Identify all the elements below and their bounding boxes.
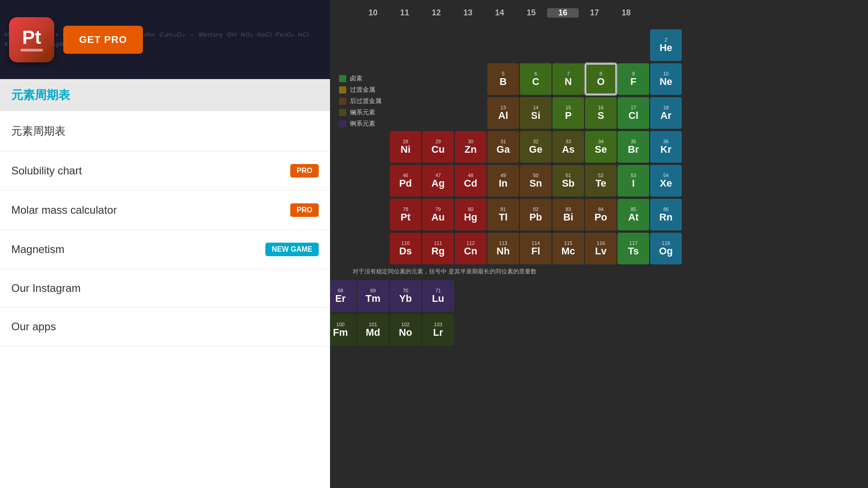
- element-Md[interactable]: 101Md: [357, 314, 389, 346]
- menu-item-label-periodic-table: 元素周期表: [11, 124, 66, 138]
- element-sym-Po: Po: [594, 212, 607, 222]
- element-Te[interactable]: 52Te: [585, 165, 617, 197]
- element-N[interactable]: 7N: [552, 63, 584, 95]
- element-I[interactable]: 53I: [618, 165, 649, 197]
- element-Er[interactable]: 68Er: [330, 280, 356, 312]
- left-panel: H₂SO₄ → ZnO + Cu₂O → ZnCl₂ + SO₄ Sulfur …: [0, 0, 330, 488]
- element-Xe[interactable]: 54Xe: [650, 165, 682, 197]
- element-sym-Se: Se: [595, 145, 607, 155]
- element-As[interactable]: 33As: [552, 131, 584, 163]
- element-Br[interactable]: 35Br: [618, 131, 649, 163]
- get-pro-button[interactable]: GET PRO: [63, 26, 143, 54]
- legend-dot-post-transition: [339, 98, 346, 105]
- element-Ts[interactable]: 117Ts: [618, 233, 649, 264]
- element-sym-Tm: Tm: [366, 294, 381, 304]
- element-sym-Lv: Lv: [595, 246, 607, 256]
- menu-item-periodic-table[interactable]: 元素周期表: [0, 111, 330, 151]
- element-Cu[interactable]: 29Cu: [422, 131, 454, 163]
- element-Pd[interactable]: 46Pd: [390, 165, 421, 197]
- element-In[interactable]: 49In: [487, 165, 519, 197]
- element-Sb[interactable]: 51Sb: [552, 165, 584, 197]
- element-Kr[interactable]: 36Kr: [650, 131, 682, 163]
- element-sym-Cu: Cu: [431, 145, 444, 155]
- banner: H₂SO₄ → ZnO + Cu₂O → ZnCl₂ + SO₄ Sulfur …: [0, 0, 330, 79]
- element-Si[interactable]: 14Si: [520, 97, 552, 129]
- element-Au[interactable]: 79Au: [422, 199, 454, 230]
- element-Ar[interactable]: 18Ar: [650, 97, 682, 129]
- element-Al[interactable]: 13Al: [487, 97, 519, 129]
- element-sym-Pb: Pb: [529, 212, 542, 222]
- element-Cn[interactable]: 112Cn: [455, 233, 486, 264]
- element-sym-Si: Si: [531, 111, 541, 121]
- element-sym-Cd: Cd: [464, 178, 477, 188]
- element-Lv[interactable]: 116Lv: [585, 233, 617, 264]
- app-icon[interactable]: Pt: [9, 17, 54, 62]
- menu-item-our-instagram[interactable]: Our Instagram: [0, 269, 330, 308]
- element-sym-In: In: [499, 178, 508, 188]
- element-sym-Lu: Lu: [432, 294, 444, 304]
- element-sym-Ar: Ar: [660, 111, 671, 121]
- col-num-14: 14: [484, 8, 515, 18]
- element-sym-He: He: [660, 43, 672, 53]
- element-Ds[interactable]: 110Ds: [390, 233, 421, 264]
- element-F[interactable]: 9F: [618, 63, 649, 95]
- element-Tl[interactable]: 81Tl: [487, 199, 519, 230]
- element-Og[interactable]: 118Og: [650, 233, 682, 264]
- element-Pt[interactable]: 78Pt: [390, 199, 421, 230]
- element-Ne[interactable]: 10Ne: [650, 63, 682, 95]
- element-C[interactable]: 6C: [520, 63, 552, 95]
- menu-item-our-apps[interactable]: Our apps: [0, 308, 330, 346]
- menu-title: 元素周期表: [11, 88, 70, 102]
- element-Se[interactable]: 34Se: [585, 131, 617, 163]
- element-Nh[interactable]: 113Nh: [487, 233, 519, 264]
- element-Fm[interactable]: 100Fm: [330, 314, 356, 346]
- element-sym-Al: Al: [498, 111, 508, 121]
- element-Ge[interactable]: 32Ge: [520, 131, 552, 163]
- element-Ni[interactable]: 28Ni: [390, 131, 421, 163]
- element-Lr[interactable]: 103Lr: [422, 314, 454, 346]
- element-sym-Sb: Sb: [562, 178, 575, 188]
- element-Mc[interactable]: 115Mc: [552, 233, 584, 264]
- element-Ga[interactable]: 31Ga: [487, 131, 519, 163]
- legend-dot-metalloid: [339, 109, 346, 116]
- element-Fl[interactable]: 114Fl: [520, 233, 552, 264]
- element-Ag[interactable]: 47Ag: [422, 165, 454, 197]
- col-num-15: 15: [515, 8, 547, 18]
- element-sym-Yb: Yb: [399, 294, 412, 304]
- element-S[interactable]: 16S: [585, 97, 617, 129]
- element-He[interactable]: 2He: [650, 29, 682, 61]
- element-sym-O: O: [597, 77, 604, 87]
- element-sym-Pt: Pt: [401, 212, 410, 222]
- menu-item-solubility-chart[interactable]: Solubility chartPRO: [0, 151, 330, 191]
- element-O[interactable]: 8O: [585, 63, 617, 95]
- element-sym-Xe: Xe: [660, 178, 672, 188]
- element-sym-As: As: [562, 145, 575, 155]
- element-At[interactable]: 85At: [618, 199, 649, 230]
- element-No[interactable]: 102No: [390, 314, 421, 346]
- element-sym-F: F: [630, 77, 636, 87]
- element-sym-Ni: Ni: [401, 145, 410, 155]
- element-Hg[interactable]: 80Hg: [455, 199, 486, 230]
- element-sym-P: P: [565, 111, 572, 121]
- element-sym-Fl: Fl: [531, 246, 540, 256]
- periodic-table-note: 对于没有稳定同位素的元素，括号中 是其半衰期最长的同位素的质量数: [353, 267, 859, 276]
- element-B[interactable]: 5B: [487, 63, 519, 95]
- element-Tm[interactable]: 69Tm: [357, 280, 389, 312]
- element-Sn[interactable]: 50Sn: [520, 165, 552, 197]
- element-Rn[interactable]: 86Rn: [650, 199, 682, 230]
- element-Pb[interactable]: 82Pb: [520, 199, 552, 230]
- menu-item-molar-mass[interactable]: Molar mass calculatorPRO: [0, 191, 330, 230]
- element-Bi[interactable]: 83Bi: [552, 199, 584, 230]
- element-sym-At: At: [628, 212, 638, 222]
- element-Yb[interactable]: 70Yb: [390, 280, 421, 312]
- element-Zn[interactable]: 30Zn: [455, 131, 486, 163]
- element-Cl[interactable]: 17Cl: [618, 97, 649, 129]
- element-Rg[interactable]: 111Rg: [422, 233, 454, 264]
- element-Cd[interactable]: 48Cd: [455, 165, 486, 197]
- element-P[interactable]: 15P: [552, 97, 584, 129]
- menu-item-magnetism[interactable]: MagnetismNEW GAME: [0, 230, 330, 269]
- element-Lu[interactable]: 71Lu: [422, 280, 454, 312]
- element-Po[interactable]: 84Po: [585, 199, 617, 230]
- element-sym-Kr: Kr: [660, 145, 671, 155]
- element-sym-Bi: Bi: [563, 212, 573, 222]
